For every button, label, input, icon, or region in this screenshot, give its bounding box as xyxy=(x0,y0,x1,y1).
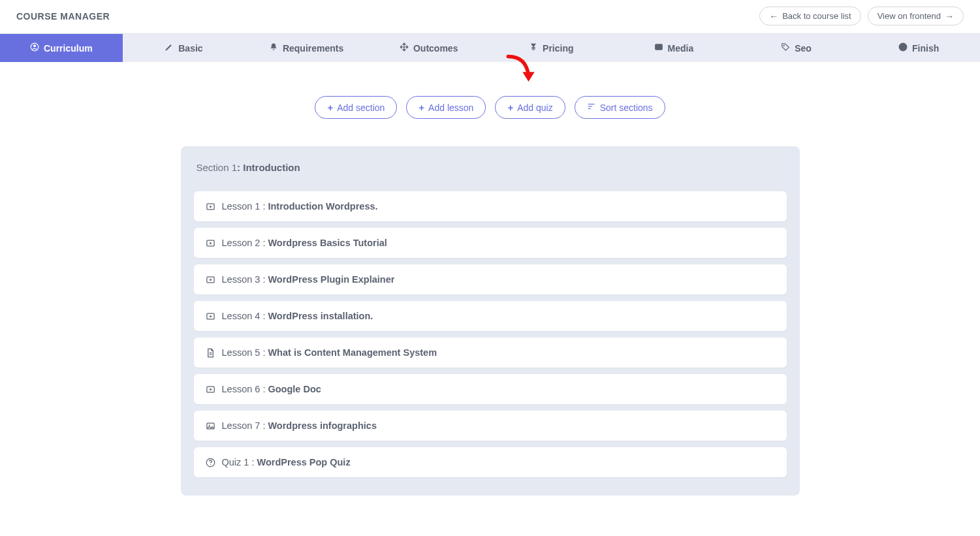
back-to-course-list-button[interactable]: ← Back to course list xyxy=(759,7,861,25)
item-title: Introduction Wordpress. xyxy=(268,201,377,212)
list-item[interactable]: Lesson 7 : Wordpress infographics xyxy=(194,411,787,441)
tab-label: Media xyxy=(668,43,694,54)
video-icon xyxy=(206,385,215,394)
svg-point-24 xyxy=(210,464,210,465)
list-item[interactable]: Lesson 5 : What is Content Management Sy… xyxy=(194,338,787,368)
tab-basic[interactable]: Basic xyxy=(123,34,245,62)
plus-icon: + xyxy=(419,102,424,112)
svg-point-1 xyxy=(33,45,36,48)
item-title: WordPress installation. xyxy=(268,311,373,321)
video-icon xyxy=(206,202,215,212)
item-prefix: Lesson 6 : xyxy=(222,384,268,394)
sort-sections-button[interactable]: Sort sections xyxy=(575,96,665,119)
add-quiz-label: Add quiz xyxy=(517,102,552,113)
tab-label: Basic xyxy=(178,43,202,54)
list-item[interactable]: Lesson 3 : WordPress Plugin Explainer xyxy=(194,264,787,294)
add-lesson-label: Add lesson xyxy=(428,102,473,113)
view-label: View on frontend xyxy=(877,11,941,21)
item-prefix: Quiz 1 : xyxy=(222,457,257,467)
item-prefix: Lesson 5 : xyxy=(222,347,268,358)
tab-label: Finish xyxy=(912,43,939,54)
item-title: Wordpress Basics Tutorial xyxy=(268,238,387,248)
item-prefix: Lesson 3 : xyxy=(222,274,268,285)
tab-label: Seo xyxy=(795,43,812,54)
video-icon xyxy=(206,238,215,248)
tab-curriculum[interactable]: Curriculum xyxy=(0,34,123,62)
list-item[interactable]: Lesson 4 : WordPress installation. xyxy=(194,301,787,331)
quiz-icon xyxy=(206,458,215,467)
arrow-right-icon: → xyxy=(945,12,954,21)
item-prefix: Lesson 4 : xyxy=(222,311,268,321)
add-section-label: Add section xyxy=(337,102,385,113)
tab-finish[interactable]: Finish xyxy=(857,34,980,62)
view-on-frontend-button[interactable]: View on frontend → xyxy=(868,7,964,25)
list-item[interactable]: Quiz 1 : WordPress Pop Quiz xyxy=(194,447,787,477)
tab-label: Pricing xyxy=(543,43,573,54)
tag-icon xyxy=(781,42,790,54)
video-icon xyxy=(206,275,215,285)
page-title: COURSE MANAGER xyxy=(16,11,110,22)
svg-point-4 xyxy=(783,45,785,46)
svg-marker-20 xyxy=(210,388,212,390)
list-item[interactable]: Lesson 1 : Introduction Wordpress. xyxy=(194,191,787,221)
media-icon xyxy=(654,42,663,54)
video-icon xyxy=(206,311,215,321)
user-circle-icon xyxy=(30,42,39,54)
item-title: Google Doc xyxy=(268,384,321,394)
item-title: WordPress Plugin Explainer xyxy=(268,274,394,285)
tab-label: Outcomes xyxy=(413,43,458,54)
plus-icon: + xyxy=(507,102,513,112)
yen-icon xyxy=(529,42,538,54)
bell-icon xyxy=(269,42,278,54)
tab-seo[interactable]: Seo xyxy=(735,34,858,62)
tab-pricing[interactable]: Pricing xyxy=(490,34,613,62)
section-title: Section 1: Introduction xyxy=(194,162,787,173)
tab-label: Requirements xyxy=(283,43,343,54)
item-prefix: Lesson 1 : xyxy=(222,201,268,212)
section-card: Section 1: Introduction Lesson 1 : Intro… xyxy=(181,146,800,496)
plus-icon: + xyxy=(327,102,333,112)
item-title: Wordpress infographics xyxy=(268,420,377,431)
item-prefix: Lesson 2 : xyxy=(222,238,268,248)
pencil-icon xyxy=(165,42,174,54)
add-section-button[interactable]: + Add section xyxy=(315,96,397,119)
check-circle-icon xyxy=(898,42,908,54)
tab-label: Curriculum xyxy=(44,43,93,54)
back-label: Back to course list xyxy=(782,11,851,21)
section-name: Introduction xyxy=(243,162,300,173)
move-icon xyxy=(400,42,409,54)
tabs: CurriculumBasicRequirementsOutcomesPrici… xyxy=(0,33,980,62)
svg-marker-12 xyxy=(210,242,212,244)
tab-outcomes[interactable]: Outcomes xyxy=(368,34,490,62)
sort-sections-label: Sort sections xyxy=(600,102,653,113)
list-item[interactable]: Lesson 2 : Wordpress Basics Tutorial xyxy=(194,228,787,258)
add-lesson-button[interactable]: + Add lesson xyxy=(406,96,486,119)
item-prefix: Lesson 7 : xyxy=(222,420,268,431)
tab-media[interactable]: Media xyxy=(612,34,735,62)
section-prefix: Section 1 xyxy=(197,162,238,173)
item-title: WordPress Pop Quiz xyxy=(257,457,351,467)
arrow-left-icon: ← xyxy=(769,12,778,21)
svg-marker-10 xyxy=(210,205,212,208)
sort-icon xyxy=(587,102,596,113)
add-quiz-button[interactable]: + Add quiz xyxy=(495,96,565,119)
item-title: What is Content Management System xyxy=(268,347,437,358)
svg-marker-16 xyxy=(210,315,212,317)
image-icon xyxy=(206,421,215,431)
svg-marker-14 xyxy=(210,278,212,281)
file-icon xyxy=(206,348,215,358)
tab-requirements[interactable]: Requirements xyxy=(245,34,368,62)
svg-point-22 xyxy=(208,424,210,426)
list-item[interactable]: Lesson 6 : Google Doc xyxy=(194,374,787,404)
